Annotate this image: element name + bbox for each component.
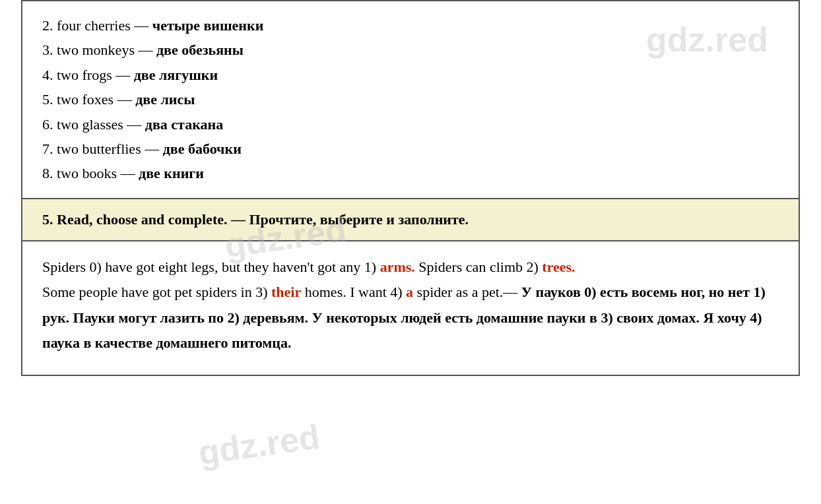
item-8-en: two books — <box>57 165 139 181</box>
list-item-2: 2. four cherries — четыре вишенки <box>42 13 779 38</box>
item-2-en: four cherries — <box>57 17 152 34</box>
item-6-number: 6. <box>42 116 57 133</box>
item-4-en: two frogs — <box>57 67 134 83</box>
task5-en-part2: Spiders can climb 2) <box>415 259 542 275</box>
item-5-en: two foxes — <box>57 91 135 108</box>
item-2-number: 2. <box>42 17 57 34</box>
list-item-4: 4. two frogs — две лягушки <box>42 63 779 87</box>
item-8-number: 8. <box>42 165 57 181</box>
list-item-5: 5. two foxes — две лисы <box>42 87 779 111</box>
item-6-ru: два стакана <box>145 116 223 133</box>
task5-paragraph: Spiders 0) have got eight legs, but they… <box>42 255 779 356</box>
list-item-6: 6. two glasses — два стакана <box>42 112 779 137</box>
task5-header-row: 5. Read, choose and complete. — Прочтите… <box>22 199 799 241</box>
item-7-en: two butterflies — <box>57 141 163 157</box>
task5-en-part3: Some people have got pet spiders in 3) <box>42 284 271 300</box>
item-5-ru: две лисы <box>135 91 195 108</box>
item-6-en: two glasses — <box>57 116 145 133</box>
item-3-number: 3. <box>42 42 57 58</box>
item-7-number: 7. <box>42 141 57 157</box>
task5-text-row: Spiders 0) have got eight legs, but they… <box>22 241 799 375</box>
list-section: 2. four cherries — четыре вишенки 3. two… <box>22 1 799 199</box>
list-item-7: 7. two butterflies — две бабочки <box>42 137 779 161</box>
task5-header: 5. Read, choose and complete. — Прочтите… <box>22 199 799 241</box>
item-7-ru: две бабочки <box>163 141 242 157</box>
task5-en-part1: Spiders 0) have got eight legs, but they… <box>42 259 380 275</box>
task5-red-their: their <box>271 284 301 300</box>
watermark-bottom: gdz.red <box>196 416 322 472</box>
item-3-en: two monkeys — <box>57 42 156 58</box>
item-2-ru: четыре вишенки <box>152 17 264 34</box>
item-4-number: 4. <box>42 67 57 83</box>
item-8-ru: две книги <box>139 165 204 181</box>
list-section-row: 2. four cherries — четыре вишенки 3. two… <box>22 1 799 199</box>
task5-en-part5: spider as a pet.— <box>413 284 521 300</box>
item-5-number: 5. <box>42 91 57 108</box>
list-item-8: 8. two books — две книги <box>42 161 779 185</box>
item-4-ru: две лягушки <box>134 67 218 83</box>
list-item-3: 3. two monkeys — две обезьяны <box>42 38 779 62</box>
task5-red-arms: arms. <box>380 259 415 275</box>
task5-text-section: Spiders 0) have got eight legs, but they… <box>22 241 799 375</box>
task5-red-a: a <box>406 284 413 300</box>
item-3-ru: две обезьяны <box>156 42 244 58</box>
task5-red-trees: trees. <box>542 259 575 275</box>
task5-en-part4: homes. I want 4) <box>301 284 406 300</box>
page-container: gdz.red gdz.red gdz.red 2. four cherries… <box>0 0 821 504</box>
task5-header-text: 5. Read, choose and complete. — Прочтите… <box>42 211 469 228</box>
main-table: 2. four cherries — четыре вишенки 3. two… <box>21 0 800 376</box>
